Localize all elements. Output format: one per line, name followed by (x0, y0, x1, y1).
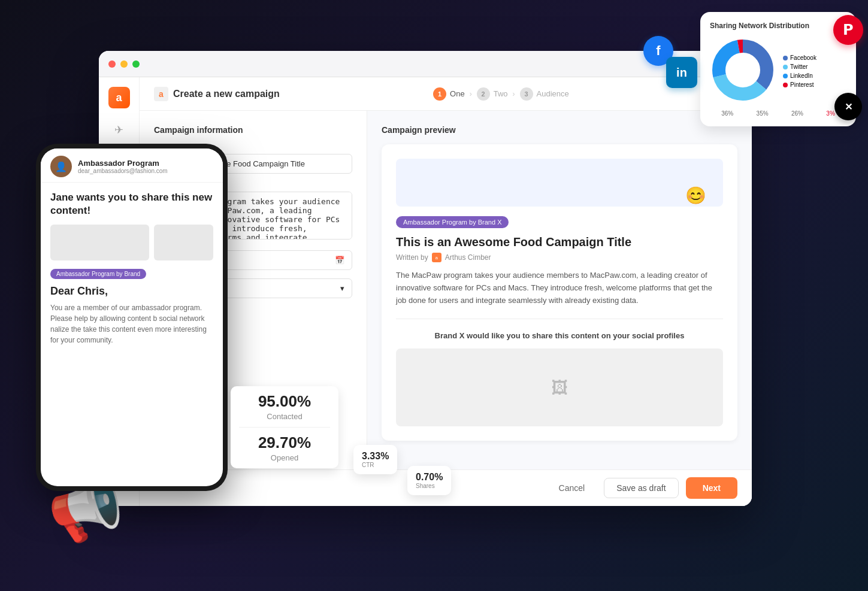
step-two: 2 Two (477, 87, 508, 101)
step-audience-num: 3 (520, 87, 533, 101)
phone-images-row (50, 225, 213, 260)
share-section: Brand X would like you to share this con… (396, 319, 723, 426)
calendar-icon: 📅 (335, 256, 344, 265)
phone-body: Jane wants you to share this new content… (41, 183, 223, 354)
legend-dot-facebook (783, 56, 788, 60)
page-title: a Create a new campaign (154, 87, 280, 101)
legend-dot-pinterest (783, 83, 788, 87)
step-two-num: 2 (477, 87, 490, 101)
image-icon: 🖼 (551, 378, 568, 398)
cancel-button[interactable]: Cancel (547, 478, 597, 498)
step-one: 1 One (433, 87, 465, 101)
campaign-description: The MacPaw program takes your audience m… (396, 269, 723, 307)
step-arrow-1: › (470, 90, 472, 98)
shares-stat: 0.70% Shares (407, 466, 451, 495)
donut-percentages: 36% 35% 26% 3% (710, 110, 846, 117)
linkedin-icon[interactable]: in (666, 57, 697, 88)
sender-email: dear_ambassadors@fashion.com (78, 168, 168, 174)
minimize-button[interactable] (120, 60, 128, 68)
preview-image-area (396, 159, 723, 207)
app-header: a Create a new campaign 1 One › 2 Two › (140, 77, 752, 111)
opened-value: 29.70% (258, 434, 311, 452)
step-one-label: One (450, 89, 465, 98)
svg-point-4 (726, 53, 760, 87)
phone-image-1 (50, 225, 149, 260)
ctr-label: CTR (362, 462, 389, 468)
sidebar-item-send[interactable]: ✈ (110, 120, 129, 140)
x-twitter-icon[interactable]: ✕ (834, 93, 862, 120)
pct-linkedin: 26% (791, 110, 803, 117)
stat-divider (239, 427, 330, 428)
legend-dot-linkedin (783, 74, 788, 78)
image-placeholder: 🖼 (396, 348, 723, 426)
step-arrow-2: › (513, 90, 515, 98)
stepper: 1 One › 2 Two › 3 Audience (433, 87, 569, 101)
campaign-tag: Ambassador Program by Brand X (396, 216, 509, 228)
emoji-badge: 😊 (685, 186, 706, 205)
share-title: Brand X would like you to share this con… (396, 331, 723, 340)
legend-facebook: Facebook (783, 54, 816, 61)
phone-tag: Ambassador Program by Brand (50, 269, 146, 279)
phone-header: 👤 Ambassador Program dear_ambassadors@fa… (41, 148, 223, 183)
opened-label: Opened (271, 453, 298, 462)
phone-screen: 👤 Ambassador Program dear_ambassadors@fa… (41, 148, 223, 486)
sender-name: Ambassador Program (78, 159, 168, 168)
stats-overlay: 95.00% Contacted 29.70% Opened (231, 386, 338, 468)
phone-overlay: 👤 Ambassador Program dear_ambassadors@fa… (36, 144, 228, 491)
campaign-title-preview: This is an Awesome Food Campaign Title (396, 235, 723, 249)
contacted-label: Contacted (267, 412, 302, 421)
donut-svg (710, 37, 776, 105)
page-title-text: Create a new campaign (173, 89, 280, 99)
phone-body-text: You are a member of our ambassador progr… (50, 302, 213, 345)
pct-twitter: 35% (757, 110, 769, 117)
preview-label: Campaign preview (382, 125, 737, 135)
written-by: Written by a Arthus Cimber (396, 253, 723, 262)
legend-linkedin: LinkedIn (783, 72, 816, 79)
legend-pinterest: Pinterest (783, 81, 816, 88)
chevron-down-icon: ▾ (340, 284, 344, 293)
form-section-title: Campaign information (154, 125, 352, 135)
step-audience: 3 Audience (520, 87, 569, 101)
app-logo: a (108, 87, 130, 108)
donut-chart-area: Facebook Twitter LinkedIn Pinterest (710, 37, 846, 105)
next-button[interactable]: Next (686, 477, 737, 499)
phone-salutation: Dear Chris, (50, 285, 213, 298)
pct-pinterest: 3% (826, 110, 834, 117)
shares-label: Shares (416, 483, 443, 489)
legend-dot-twitter (783, 65, 788, 69)
preview-card: Ambassador Program by Brand X This is an… (382, 144, 737, 441)
preview-panel: Campaign preview Ambassador Program by B… (367, 111, 752, 469)
save-draft-button[interactable]: Save as draft (604, 478, 679, 498)
avatar: 👤 (50, 156, 72, 177)
author-icon: a (432, 253, 441, 262)
shares-value: 0.70% (416, 472, 443, 483)
pct-facebook: 36% (721, 110, 733, 117)
step-audience-label: Audience (537, 89, 569, 98)
donut-chart-overlay: Sharing Network Distribution Facebook (700, 12, 856, 126)
ctr-value: 3.33% (362, 451, 389, 462)
donut-title: Sharing Network Distribution (710, 22, 846, 30)
pinterest-icon[interactable]: 𝗣 (833, 15, 863, 45)
title-icon: a (154, 87, 168, 101)
donut-legend: Facebook Twitter LinkedIn Pinterest (783, 54, 816, 88)
legend-twitter: Twitter (783, 63, 816, 70)
ctr-stat: 3.33% CTR (353, 445, 397, 474)
step-two-label: Two (494, 89, 508, 98)
close-button[interactable] (108, 60, 116, 68)
phone-subject: Jane wants you to share this new content… (50, 191, 213, 217)
contacted-value: 95.00% (258, 392, 311, 411)
step-one-num: 1 (433, 87, 446, 101)
phone-image-2 (154, 225, 213, 260)
maximize-button[interactable] (132, 60, 140, 68)
